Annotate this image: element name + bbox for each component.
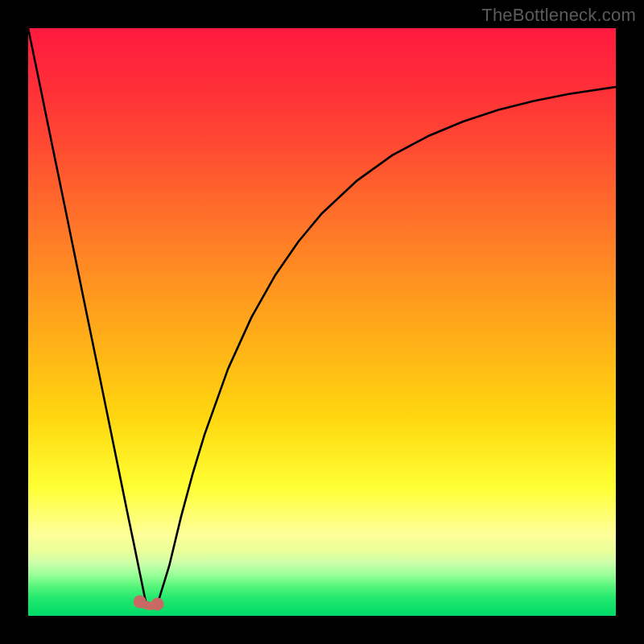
bottleneck-curve bbox=[28, 28, 616, 616]
minimum-marker bbox=[151, 597, 164, 610]
curve-path bbox=[28, 28, 616, 604]
plot-area bbox=[28, 28, 616, 616]
chart-frame: TheBottleneck.com bbox=[0, 0, 644, 644]
minimum-marker bbox=[134, 595, 147, 608]
attribution-text: TheBottleneck.com bbox=[481, 5, 636, 26]
